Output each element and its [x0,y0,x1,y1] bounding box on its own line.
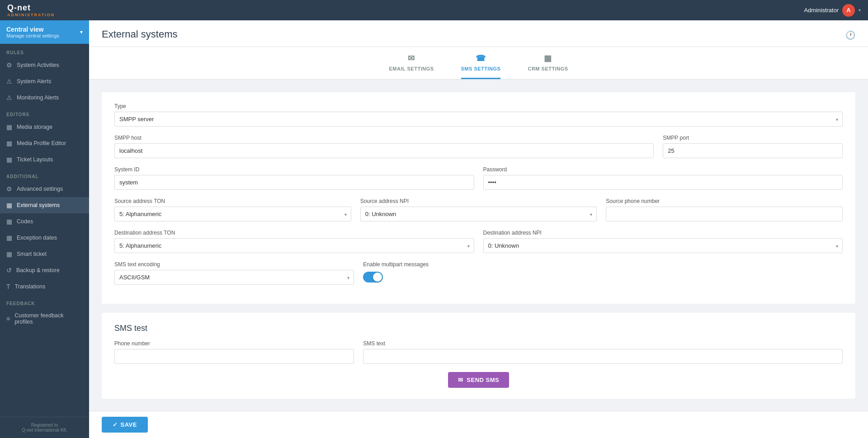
system-id-password-row: System ID Password [114,166,843,190]
sidebar-item-label: Customer feedback profiles [14,312,83,325]
sidebar-item-external-systems[interactable]: ▦ External systems [0,197,89,213]
section-label-additional: ADDITIONAL [0,168,89,181]
save-button[interactable]: ✓ SAVE [102,417,148,433]
phone-number-input[interactable] [114,349,354,364]
tab-crm-settings[interactable]: ▦ CRM SETTINGS [528,47,568,79]
history-icon[interactable]: 🕐 [845,28,855,40]
system-id-label: System ID [114,166,474,173]
sidebar-item-label: Ticket Layouts [17,156,53,163]
sidebar-item-monitoring-alerts[interactable]: ⚠ Monitoring Alerts [0,89,89,106]
avatar: A [842,4,855,17]
sidebar-item-label: Codes [17,218,33,225]
system-id-group: System ID [114,166,474,190]
multipart-toggle[interactable] [363,272,383,283]
source-npi-label: Source address NPI [360,198,597,204]
encoding-multipart-row: SMS text encoding ASCII/GSM ▾ Enable mul… [114,261,843,285]
source-npi-group: Source address NPI 0: Unknown ▾ [360,198,597,221]
source-phone-input[interactable] [606,207,843,221]
dest-npi-select[interactable]: 0: Unknown [483,238,843,253]
topbar: Q-net ADMINISTRATION Administrator A ▾ [0,0,868,20]
enable-multipart-label: Enable multipart messages [363,261,843,268]
smpp-port-input[interactable] [663,143,843,158]
send-sms-button[interactable]: ✉ SEND SMS [448,372,509,388]
tabs-bar: ✉ EMAIL SETTINGS ☎ SMS SETTINGS ▦ CRM SE… [89,47,868,80]
section-label-feedback: FEEDBACK [0,295,89,308]
sidebar-item-media-profile-editor[interactable]: ▦ Media Profile Editor [0,135,89,151]
central-view-title: Central view [6,26,59,33]
grid-icon: ▦ [6,202,12,209]
multipart-group: Enable multipart messages [363,261,843,285]
source-address-row: Source address TON 5: Alphanumeric ▾ Sou… [114,198,843,221]
sidebar-item-system-activities[interactable]: ⚙ System Activities [0,57,89,73]
password-group: Password [483,166,843,190]
system-id-input[interactable] [114,175,474,190]
email-icon: ✉ [408,53,415,63]
sidebar-item-system-alerts[interactable]: ⚠ System Alerts [0,73,89,89]
source-ton-select[interactable]: 5: Alphanumeric [114,207,351,221]
type-select[interactable]: SMPP server [114,112,843,127]
sidebar-item-smart-ticket[interactable]: ▦ Smart ticket [0,246,89,262]
section-label-rules: RULES [0,44,89,57]
layout-icon: ▦ [6,156,12,163]
multipart-toggle-wrapper [363,272,843,283]
source-phone-label: Source phone number [606,198,843,204]
sidebar-item-media-storage[interactable]: ▦ Media storage [0,119,89,135]
message-icon: ✉ [458,377,463,383]
logo: Q-net ADMINISTRATION [7,3,55,17]
dest-npi-group: Destination address NPI 0: Unknown ▾ [483,230,843,253]
sidebar-item-codes[interactable]: ▦ Codes [0,213,89,230]
footer-company: Q-net International Kft. [6,428,83,433]
chevron-down-icon: ▾ [80,29,83,35]
sidebar-item-label: Backup & restore [16,267,60,273]
sms-encoding-group: SMS text encoding ASCII/GSM ▾ [114,261,354,285]
password-input[interactable] [483,175,843,190]
sidebar-item-translations[interactable]: T Translations [0,278,89,295]
smpp-host-group: SMPP host [114,135,654,158]
sidebar-item-advanced-settings[interactable]: ⚙ Advanced settings [0,181,89,197]
sidebar-item-ticket-layouts[interactable]: ▦ Ticket Layouts [0,151,89,168]
sms-text-group: SMS text [363,340,843,364]
sidebar-item-exception-dates[interactable]: ▦ Exception dates [0,230,89,246]
sms-text-input[interactable] [363,349,843,364]
gear-icon: ⚙ [6,61,12,69]
sidebar-item-label: Monitoring Alerts [17,94,59,101]
checkmark-icon: ✓ [113,421,118,428]
user-menu[interactable]: Administrator A ▾ [804,4,861,17]
type-row: Type SMPP server ▾ [114,103,843,127]
phone-number-group: Phone number [114,340,354,364]
dest-ton-group: Destination address TON 5: Alphanumeric … [114,230,474,253]
sms-test-fields-row: Phone number SMS text [114,340,843,364]
page-title: External systems [102,28,178,47]
alert-icon: ⚠ [6,94,12,101]
feedback-icon: ≡ [6,315,10,322]
dest-ton-select[interactable]: 5: Alphanumeric [114,238,474,253]
sms-encoding-label: SMS text encoding [114,261,354,268]
toggle-knob [373,273,382,282]
sidebar-item-label: Media Profile Editor [17,140,66,146]
smpp-host-input[interactable] [114,143,654,158]
sidebar-item-backup-restore[interactable]: ↺ Backup & restore [0,262,89,278]
source-npi-select[interactable]: 0: Unknown [360,207,597,221]
sidebar-central-view[interactable]: Central view Manage central settings ▾ [0,20,89,44]
sms-encoding-select[interactable]: ASCII/GSM [114,270,354,285]
phone-icon: ☎ [476,53,486,63]
save-label: SAVE [121,421,137,428]
ticket-icon: ▦ [6,250,12,258]
dest-address-row: Destination address TON 5: Alphanumeric … [114,230,843,253]
grid-icon: ▦ [6,140,12,147]
sidebar-item-customer-feedback-profiles[interactable]: ≡ Customer feedback profiles [0,308,89,330]
smpp-port-label: SMPP port [663,135,843,141]
footer-registered: Registered to [6,423,83,428]
phone-number-label: Phone number [114,340,354,347]
sidebar: Central view Manage central settings ▾ R… [0,20,89,438]
grid-icon: ▦ [6,123,12,131]
tab-sms-settings[interactable]: ☎ SMS SETTINGS [461,47,501,79]
bottom-bar: ✓ SAVE [89,411,868,438]
tab-email-settings[interactable]: ✉ EMAIL SETTINGS [389,47,434,79]
alert-icon: ⚠ [6,78,12,85]
sms-test-title: SMS test [114,324,843,333]
code-icon: ▦ [6,218,12,225]
logo-text: Q-net [7,3,55,13]
sidebar-item-label: External systems [17,202,60,208]
sidebar-item-label: Advanced settings [17,186,63,192]
